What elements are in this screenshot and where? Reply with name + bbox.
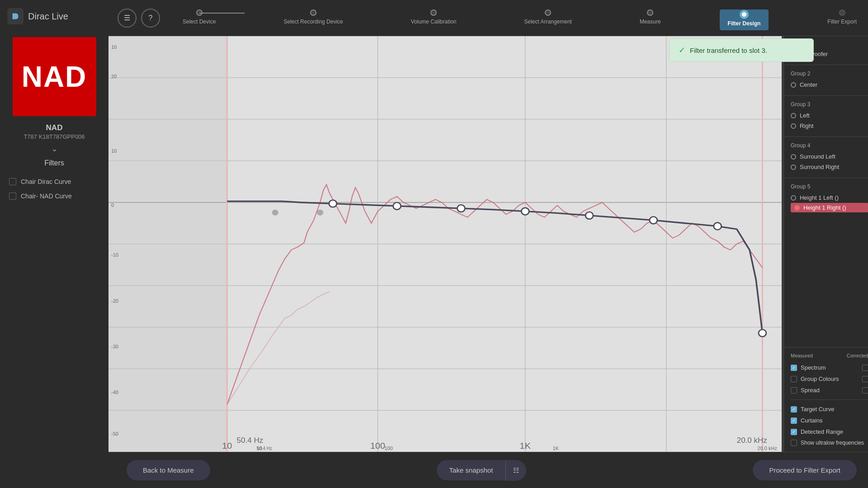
filter-checkbox[interactable] xyxy=(9,178,16,185)
checkmark-icon: ✓ xyxy=(679,45,685,55)
group-radio-surround-left[interactable] xyxy=(791,154,796,160)
y-label-0: 0 xyxy=(111,202,114,208)
svg-point-22 xyxy=(650,217,657,224)
step-label-filter-design: Filter Design xyxy=(728,20,761,27)
svg-point-25 xyxy=(272,210,278,216)
group-item-right[interactable]: Right xyxy=(791,121,868,131)
proceed-to-filter-export-button[interactable]: Proceed to Filter Export xyxy=(753,460,857,480)
step-dot-select-recording xyxy=(310,9,316,16)
group-3-title: Group 3 xyxy=(791,101,868,108)
legend-check-target-curve[interactable] xyxy=(791,406,797,413)
svg-point-18 xyxy=(393,202,401,210)
filter-item[interactable]: Chair Dirac Curve xyxy=(5,174,104,189)
group-item-label-height1-left: Height 1 Left () xyxy=(800,194,839,201)
legend-label-spectrum: Spectrum xyxy=(801,364,826,371)
group-item-label-right: Right xyxy=(800,122,813,129)
svg-point-17 xyxy=(329,200,337,207)
svg-point-23 xyxy=(714,223,722,230)
brand-name: NAD xyxy=(22,60,87,94)
filter-item-label: Chair- NAD Curve xyxy=(21,192,72,200)
group-item-height1-right[interactable]: Height 1 Right () xyxy=(791,203,868,212)
step-dot-filter-export xyxy=(839,9,845,16)
group-item-center[interactable]: Center xyxy=(791,80,868,90)
device-name: NAD xyxy=(46,123,63,132)
main-content: ☰ ? Select Device Select Recording Devic… xyxy=(108,0,868,488)
step-label-filter-export: Filter Export xyxy=(827,19,857,25)
group-item-left[interactable]: Left xyxy=(791,110,868,121)
group-item-label-surround-right: Surround Right xyxy=(800,164,839,170)
legend-check-spectrum-corrected[interactable] xyxy=(862,365,868,371)
group-4-section: Group 4 Surround Left Surround Right xyxy=(784,139,868,176)
help-button[interactable]: ? xyxy=(141,9,160,28)
legend-check-spectrum-measured[interactable] xyxy=(791,365,797,371)
legend-check-ultralow[interactable] xyxy=(791,440,797,446)
svg-point-20 xyxy=(521,208,529,215)
chart-container: 10 20 10 0 -10 -20 -30 -40 -50 10 100 1K… xyxy=(108,36,868,452)
step-select-device[interactable]: Select Device xyxy=(183,9,216,25)
right-panel: Group 1 Subwoofer Group 2 Center Group 3 xyxy=(784,36,868,452)
legend-check-group-colours-corrected[interactable] xyxy=(862,376,868,382)
step-dot-select-arrangement xyxy=(545,9,551,16)
group-item-height1-left[interactable]: Height 1 Left () xyxy=(791,192,868,203)
step-label-measure: Measure xyxy=(640,19,661,25)
step-filter-design[interactable]: Filter Design xyxy=(720,9,769,30)
step-dot-volume-cal xyxy=(430,9,437,16)
snapshot-menu-button[interactable]: ☷ xyxy=(505,460,526,481)
group-2-section: Group 2 Center xyxy=(784,67,868,94)
legend-label-curtains: Curtains xyxy=(801,417,822,424)
active-step-bg: Filter Design xyxy=(720,9,769,30)
step-filter-export[interactable]: Filter Export xyxy=(827,9,857,25)
y-label-20-top: 20 xyxy=(111,74,117,79)
legend-panel: Measured Corrected Spectrum Group Colour… xyxy=(784,347,868,452)
step-volume-cal[interactable]: Volume Calibration xyxy=(411,9,457,25)
back-to-measure-button[interactable]: Back to Measure xyxy=(127,460,210,480)
legend-check-spread-corrected[interactable] xyxy=(862,387,868,394)
step-label-select-arrangement: Select Arrangement xyxy=(524,19,572,25)
group-item-surround-left[interactable]: Surround Left xyxy=(791,151,868,162)
y-label-10: 10 xyxy=(111,148,117,154)
step-dot-filter-design xyxy=(741,11,747,18)
sidebar-header: Dirac Live xyxy=(0,0,108,33)
y-label-neg40: -40 xyxy=(111,389,118,395)
step-select-recording[interactable]: Select Recording Device xyxy=(283,9,343,25)
legend-label-detected-range: Detected Range xyxy=(801,428,843,435)
svg-point-21 xyxy=(585,212,593,219)
legend-check-detected-range[interactable] xyxy=(791,429,797,435)
group-item-surround-right[interactable]: Surround Right xyxy=(791,162,868,172)
step-label-select-recording: Select Recording Device xyxy=(283,19,343,25)
notification-banner: ✓ Filter transferred to slot 3. xyxy=(669,38,814,62)
group-radio-center[interactable] xyxy=(791,82,796,88)
group-divider-2 xyxy=(784,95,868,96)
svg-point-26 xyxy=(317,210,323,216)
step-select-arrangement[interactable]: Select Arrangement xyxy=(524,9,572,25)
x-label-100: 100 xyxy=(384,446,392,451)
legend-row-detected-range: Detected Range xyxy=(791,426,868,437)
legend-check-spread-measured[interactable] xyxy=(791,387,797,394)
group-radio-height1-left[interactable] xyxy=(791,195,796,201)
group-radio-surround-right[interactable] xyxy=(791,164,796,170)
group-item-label-center: Center xyxy=(800,81,817,88)
y-label-10-top: 10 xyxy=(111,44,117,50)
legend-label-ultralow: Show ultralow frequencies xyxy=(801,440,864,446)
legend-check-group-colours-measured[interactable] xyxy=(791,376,797,382)
expand-icon[interactable]: ⌄ xyxy=(51,144,58,154)
filter-checkbox[interactable] xyxy=(9,192,16,200)
notification-text: Filter transferred to slot 3. xyxy=(690,47,767,54)
filter-item[interactable]: Chair- NAD Curve xyxy=(5,189,104,203)
y-label-neg30: -30 xyxy=(111,344,118,349)
group-divider-4 xyxy=(784,178,868,178)
group-radio-height1-right[interactable] xyxy=(794,205,800,211)
step-label-select-device: Select Device xyxy=(183,19,216,25)
menu-button[interactable]: ☰ xyxy=(118,9,137,28)
group-radio-left[interactable] xyxy=(791,113,796,118)
group-5-title: Group 5 xyxy=(791,183,868,190)
y-label-neg20: -20 xyxy=(111,298,118,304)
legend-check-curtains[interactable] xyxy=(791,418,797,424)
step-dot-measure xyxy=(647,9,653,16)
chart-main[interactable]: 10 20 10 0 -10 -20 -30 -40 -50 10 100 1K… xyxy=(108,36,782,452)
take-snapshot-button[interactable]: Take snapshot xyxy=(437,460,506,480)
step-measure[interactable]: Measure xyxy=(640,9,661,25)
nav-buttons: ☰ ? xyxy=(118,9,160,28)
group-radio-right[interactable] xyxy=(791,123,796,129)
app-title: Dirac Live xyxy=(28,11,68,22)
